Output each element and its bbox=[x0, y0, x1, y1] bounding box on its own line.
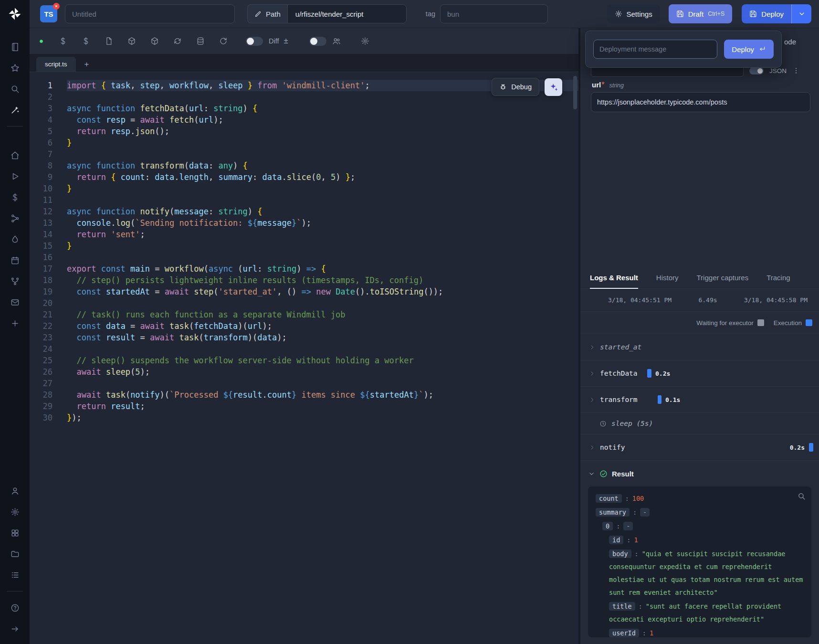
timeline-row-fetchData[interactable]: fetchData0.2s bbox=[580, 360, 819, 387]
list-icon[interactable] bbox=[5, 564, 24, 585]
kebab-menu-icon[interactable] bbox=[792, 67, 800, 74]
chevron-right-icon[interactable] bbox=[589, 444, 595, 451]
windmill-logo-icon[interactable] bbox=[8, 7, 22, 21]
star-icon[interactable] bbox=[5, 57, 24, 78]
people-icon[interactable] bbox=[332, 37, 341, 45]
code-line[interactable] bbox=[67, 297, 578, 309]
code-line[interactable]: return { count: data.length, summary: da… bbox=[67, 171, 578, 183]
code-line[interactable]: } bbox=[67, 183, 578, 194]
code-line[interactable]: return 'sent'; bbox=[67, 229, 578, 240]
tab-history[interactable]: History bbox=[656, 266, 679, 288]
timeline-row-started-at[interactable]: started_at bbox=[580, 334, 819, 360]
share-icon[interactable] bbox=[5, 208, 24, 229]
code-line[interactable]: const data = await task(fetchData)(url); bbox=[67, 320, 578, 332]
plus-minus-icon[interactable]: ± bbox=[284, 36, 288, 46]
editor-scrollbar[interactable] bbox=[573, 76, 577, 109]
result-field-id[interactable]: id:1 bbox=[596, 534, 804, 547]
editor-code[interactable]: import { task, step, workflow, sleep } f… bbox=[52, 80, 578, 644]
code-line[interactable] bbox=[67, 148, 578, 160]
diff-toggle[interactable] bbox=[246, 37, 263, 46]
status-dot-icon[interactable] bbox=[38, 38, 44, 44]
json-view-toggle[interactable] bbox=[749, 67, 764, 74]
dollar-icon[interactable] bbox=[82, 37, 90, 45]
result-field-userId[interactable]: userId:1 bbox=[596, 627, 804, 637]
gear-icon[interactable] bbox=[5, 501, 24, 522]
user-icon[interactable] bbox=[5, 480, 24, 501]
code-line[interactable]: console.log(`Sending notification: ${mes… bbox=[67, 217, 578, 229]
grid-icon[interactable] bbox=[5, 522, 24, 543]
plus-icon[interactable] bbox=[5, 313, 24, 334]
code-line[interactable]: export const main = workflow(async (url:… bbox=[67, 263, 578, 274]
flow-icon[interactable] bbox=[5, 271, 24, 292]
calendar-icon[interactable] bbox=[5, 250, 24, 271]
code-line[interactable] bbox=[67, 252, 578, 263]
home-icon[interactable] bbox=[5, 145, 24, 166]
code-line[interactable] bbox=[67, 378, 578, 389]
dollar-icon[interactable] bbox=[5, 187, 24, 208]
deployment-message-input[interactable] bbox=[593, 40, 717, 59]
code-line[interactable]: } bbox=[67, 240, 578, 252]
play-icon[interactable] bbox=[5, 166, 24, 187]
editor-settings-icon[interactable] bbox=[361, 37, 369, 45]
code-editor[interactable]: 1234567891011121314151617181920212223242… bbox=[30, 72, 578, 644]
edit-path-button[interactable]: Path bbox=[247, 4, 287, 23]
code-line[interactable]: const result = await task(transform)(dat… bbox=[67, 332, 578, 343]
code-line[interactable] bbox=[67, 343, 578, 355]
code-line[interactable]: await sleep(5); bbox=[67, 366, 578, 378]
cube-icon[interactable] bbox=[127, 37, 136, 45]
folder-icon[interactable] bbox=[5, 543, 24, 564]
code-line[interactable]: async function transform(data: any) { bbox=[67, 160, 578, 171]
timeline-row-notify[interactable]: notify0.2s bbox=[580, 434, 819, 461]
ai-assistant-button[interactable] bbox=[545, 78, 562, 96]
chevron-right-icon[interactable] bbox=[589, 344, 595, 350]
timeline-row-transform[interactable]: transform0.1s bbox=[580, 387, 819, 413]
result-field-summary[interactable]: summary:- bbox=[596, 506, 804, 519]
code-line[interactable]: return result; bbox=[67, 401, 578, 412]
help-icon[interactable] bbox=[5, 597, 24, 618]
script-name-input[interactable] bbox=[65, 4, 235, 23]
code-line[interactable]: // sleep() suspends the workflow server-… bbox=[67, 355, 578, 366]
tag-input[interactable] bbox=[440, 4, 548, 23]
result-field-count[interactable]: count:100 bbox=[596, 492, 804, 505]
wand-icon[interactable] bbox=[5, 99, 24, 120]
chevron-down-icon[interactable] bbox=[588, 470, 595, 477]
dollar-icon[interactable] bbox=[59, 37, 67, 45]
search-icon[interactable] bbox=[5, 78, 24, 99]
chevron-right-icon[interactable] bbox=[589, 370, 595, 377]
file-icon[interactable] bbox=[105, 37, 113, 45]
code-line[interactable]: const resp = await fetch(url); bbox=[67, 114, 578, 126]
script-path-value[interactable]: u/rfiszel/tender_script bbox=[287, 4, 407, 23]
code-line[interactable]: async function notify(message: string) { bbox=[67, 206, 578, 217]
book-icon[interactable] bbox=[5, 36, 24, 57]
deploy-dropdown-button[interactable] bbox=[791, 4, 811, 23]
presence-toggle[interactable] bbox=[309, 37, 326, 46]
tab-trigger-captures[interactable]: Trigger captures bbox=[697, 266, 749, 288]
code-line[interactable]: }); bbox=[67, 412, 578, 423]
code-line[interactable]: await task(notify)(`Processed ${result.c… bbox=[67, 389, 578, 401]
code-line[interactable]: return resp.json(); bbox=[67, 126, 578, 137]
settings-button[interactable]: Settings bbox=[607, 4, 660, 23]
tab-script-ts[interactable]: script.ts bbox=[36, 57, 76, 72]
deploy-button[interactable]: Deploy bbox=[742, 4, 791, 23]
chevron-right-icon[interactable] bbox=[589, 397, 595, 403]
tab-tracing[interactable]: Tracing bbox=[766, 266, 790, 288]
popover-deploy-button[interactable]: Deploy bbox=[724, 40, 774, 59]
cube-icon[interactable] bbox=[150, 37, 159, 45]
code-line[interactable]: async function fetchData(url: string) { bbox=[67, 103, 578, 114]
droplet-icon[interactable] bbox=[5, 229, 24, 250]
tab-logs-result[interactable]: Logs & Result bbox=[590, 266, 638, 288]
add-tab-button[interactable]: + bbox=[80, 57, 94, 72]
url-arg-input[interactable] bbox=[591, 92, 810, 112]
code-line[interactable]: } bbox=[67, 137, 578, 148]
result-field-title[interactable]: title:"sunt aut facere repellat providen… bbox=[596, 600, 804, 626]
code-line[interactable]: // task() runs each function as a separa… bbox=[67, 309, 578, 320]
code-line[interactable] bbox=[67, 194, 578, 206]
debug-button[interactable]: Debug bbox=[492, 78, 539, 96]
refresh-icon[interactable] bbox=[219, 37, 228, 45]
draft-button[interactable]: Draft Ctrl+S bbox=[669, 4, 733, 23]
mail-icon[interactable] bbox=[5, 292, 24, 313]
code-line[interactable]: // step() persists lightweight inline re… bbox=[67, 274, 578, 286]
code-line[interactable]: const startedAt = await step('started_at… bbox=[67, 286, 578, 297]
magnifier-icon[interactable] bbox=[798, 492, 806, 500]
result-field-body[interactable]: body:"quia et suscipit suscipit recusand… bbox=[596, 548, 804, 599]
